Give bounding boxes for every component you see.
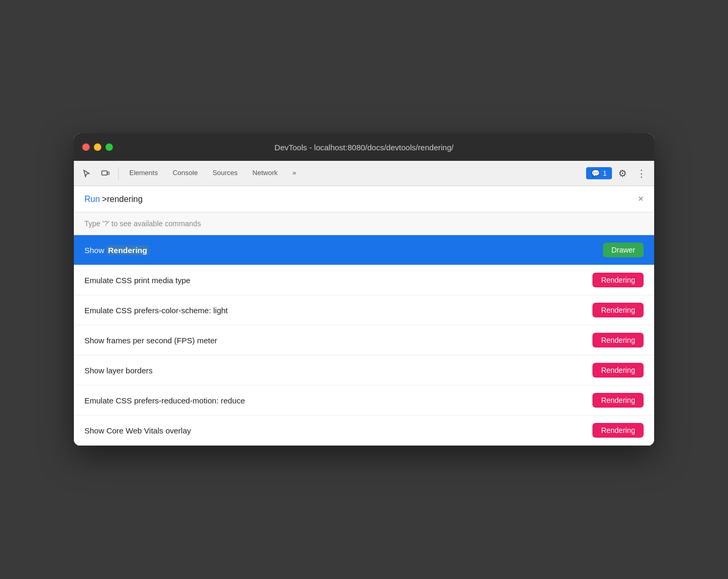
chat-icon: 💬: [591, 169, 600, 177]
traffic-lights: [82, 143, 113, 151]
command-item-show-layer-borders[interactable]: Show layer borders Rendering: [74, 355, 654, 385]
command-label-emulate-color-scheme: Emulate CSS prefers-color-scheme: light: [84, 306, 592, 315]
command-item-show-core-web-vitals[interactable]: Show Core Web Vitals overlay Rendering: [74, 416, 654, 446]
run-command[interactable]: >rendering: [102, 195, 142, 204]
cursor-icon: [82, 169, 91, 178]
command-label-show-core-web-vitals: Show Core Web Vitals overlay: [84, 426, 592, 435]
devtools-window: DevTools - localhost:8080/docs/devtools/…: [74, 133, 654, 446]
rendering-badge-button-2[interactable]: Rendering: [592, 303, 644, 317]
device-icon: [101, 169, 110, 178]
titlebar: DevTools - localhost:8080/docs/devtools/…: [74, 133, 654, 161]
close-button[interactable]: [82, 143, 90, 151]
command-item-show-fps[interactable]: Show frames per second (FPS) meter Rende…: [74, 325, 654, 355]
rendering-badge-button-5[interactable]: Rendering: [592, 393, 644, 408]
main-content: Run >rendering × Type '?' to see availab…: [74, 186, 654, 446]
svg-rect-1: [108, 172, 109, 175]
window-title: DevTools - localhost:8080/docs/devtools/…: [274, 143, 453, 152]
rendering-badge-button-1[interactable]: Rendering: [592, 273, 644, 287]
rendering-badge-button-6[interactable]: Rendering: [592, 423, 644, 438]
more-options-button[interactable]: ⋮: [633, 165, 650, 182]
command-label-prefix: Show: [84, 246, 107, 255]
search-bar[interactable]: Type '?' to see available commands: [74, 213, 654, 235]
drawer-badge-button[interactable]: Drawer: [603, 243, 644, 257]
command-item-emulate-print[interactable]: Emulate CSS print media type Rendering: [74, 265, 654, 295]
close-runbar-button[interactable]: ×: [638, 194, 644, 205]
more-icon: ⋮: [637, 168, 646, 179]
command-label-emulate-print: Emulate CSS print media type: [84, 276, 592, 285]
tab-console[interactable]: Console: [166, 161, 204, 186]
toolbar: Elements Console Sources Network » 💬 1 ⚙…: [74, 161, 654, 186]
command-list: Show Rendering Drawer Emulate CSS print …: [74, 235, 654, 446]
command-label-show-layer-borders: Show layer borders: [84, 366, 592, 375]
run-label: Run: [84, 195, 100, 204]
maximize-button[interactable]: [106, 143, 113, 151]
svg-rect-0: [102, 171, 107, 175]
rendering-badge-button-3[interactable]: Rendering: [592, 333, 644, 348]
tab-network[interactable]: Network: [246, 161, 284, 186]
minimize-button[interactable]: [94, 143, 101, 151]
inspect-element-button[interactable]: [78, 165, 95, 182]
command-label-highlight: Rendering: [107, 245, 149, 255]
rendering-badge-button-4[interactable]: Rendering: [592, 363, 644, 378]
tab-sources[interactable]: Sources: [206, 161, 244, 186]
command-item-emulate-reduced-motion[interactable]: Emulate CSS prefers-reduced-motion: redu…: [74, 385, 654, 416]
command-label-emulate-reduced-motion: Emulate CSS prefers-reduced-motion: redu…: [84, 396, 592, 405]
command-label-show-rendering: Show Rendering: [84, 246, 603, 255]
toolbar-separator: [118, 167, 119, 180]
notification-badge-button[interactable]: 💬 1: [586, 167, 612, 179]
device-toggle-button[interactable]: [97, 165, 114, 182]
command-item-show-rendering[interactable]: Show Rendering Drawer: [74, 235, 654, 265]
run-bar: Run >rendering ×: [74, 186, 654, 213]
tab-more[interactable]: »: [286, 161, 302, 186]
tab-elements[interactable]: Elements: [123, 161, 164, 186]
command-label-show-fps: Show frames per second (FPS) meter: [84, 336, 592, 345]
settings-button[interactable]: ⚙: [614, 165, 631, 182]
search-placeholder: Type '?' to see available commands: [84, 219, 201, 228]
gear-icon: ⚙: [618, 168, 627, 179]
command-item-emulate-color-scheme[interactable]: Emulate CSS prefers-color-scheme: light …: [74, 295, 654, 325]
